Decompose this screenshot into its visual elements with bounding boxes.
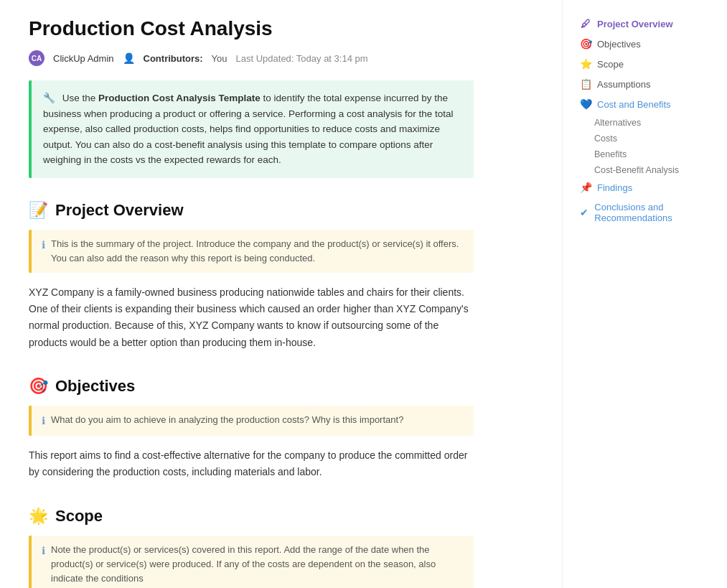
hint-text-scope: Note the product(s) or services(s) cover… — [51, 543, 464, 586]
sidebar-sub-item-costs[interactable]: Costs — [574, 131, 716, 146]
hint-box-objectives: ℹ What do you aim to achieve in analyzin… — [29, 406, 474, 437]
author-name: ClickUp Admin — [53, 53, 114, 64]
sidebar-item-project-overview[interactable]: 🖊 Project Overview — [574, 14, 716, 33]
sidebar-label-project-overview: Project Overview — [597, 19, 673, 29]
scope-icon: 🌟 — [29, 507, 48, 526]
section-heading-objectives: 🎯 Objectives — [29, 377, 474, 396]
intro-bold-text: Production Cost Analysis Template — [98, 93, 261, 103]
section-objectives: 🎯 Objectives ℹ What do you aim to achiev… — [29, 377, 474, 481]
hint-icon-scope: ℹ — [42, 543, 45, 586]
sidebar-label-objectives: Objectives — [597, 39, 641, 50]
intro-text-end: to identify the total expense incurred b… — [43, 93, 454, 165]
last-updated: Last Updated: Today at 3:14 pm — [236, 53, 368, 64]
sidebar-icon-cost-and-benefits: 💙 — [580, 98, 591, 110]
sidebar-sub-label-costs: Costs — [594, 134, 617, 144]
sidebar-label-scope: Scope — [597, 59, 624, 70]
hint-icon-objectives: ℹ — [42, 414, 45, 429]
sidebar-sub-label-cost-benefit-analysis: Cost-Benefit Analysis — [594, 165, 679, 175]
main-content: Production Cost Analysis CA ClickUp Admi… — [0, 0, 502, 588]
section-heading-scope: 🌟 Scope — [29, 507, 474, 526]
intro-box: 🔧 Use the Production Cost Analysis Templ… — [29, 80, 474, 178]
sidebar-icon-findings: 📌 — [580, 182, 591, 193]
sidebar-item-cost-and-benefits[interactable]: 💙 Cost and Benefits — [574, 95, 716, 113]
sidebar-icon-objectives: 🎯 — [580, 38, 591, 50]
section-title-scope: Scope — [55, 507, 103, 526]
sidebar-icon-scope: ⭐ — [580, 58, 591, 70]
contributors-icon: 👤 — [123, 52, 135, 64]
sidebar-icon-project-overview: 🖊 — [580, 18, 591, 29]
hint-icon-project-overview: ℹ — [42, 238, 45, 266]
sidebar-item-findings[interactable]: 📌 Findings — [574, 178, 716, 197]
sidebar-icon-assumptions: 📋 — [580, 78, 591, 90]
objectives-icon: 🎯 — [29, 377, 48, 396]
sidebar-item-objectives[interactable]: 🎯 Objectives — [574, 34, 716, 53]
section-project-overview: 📝 Project Overview ℹ This is the summary… — [29, 201, 474, 351]
hint-text-project-overview: This is the summary of the project. Intr… — [51, 237, 464, 266]
section-body-objectives: This report aims to find a cost-effectiv… — [29, 447, 474, 480]
hint-box-project-overview: ℹ This is the summary of the project. In… — [29, 230, 474, 273]
hint-box-scope: ℹ Note the product(s) or services(s) cov… — [29, 536, 474, 589]
hint-text-objectives: What do you aim to achieve in analyzing … — [51, 413, 403, 429]
meta-row: CA ClickUp Admin 👤 Contributors: You Las… — [29, 50, 474, 66]
sidebar-icon-conclusions: ✔ — [580, 207, 588, 218]
intro-text-start: Use the — [62, 93, 98, 103]
section-scope: 🌟 Scope ℹ Note the product(s) or service… — [29, 507, 474, 589]
project-overview-icon: 📝 — [29, 201, 48, 220]
intro-icon: 🔧 — [43, 90, 55, 106]
sidebar: 🖊 Project Overview 🎯 Objectives ⭐ Scope … — [562, 0, 727, 588]
sidebar-label-conclusions: Conclusions and Recommendations — [594, 202, 710, 223]
sidebar-sub-label-alternatives: Alternatives — [594, 118, 641, 128]
contributors-value: You — [212, 53, 228, 64]
sidebar-label-cost-and-benefits: Cost and Benefits — [597, 99, 671, 110]
sidebar-sub-item-benefits[interactable]: Benefits — [574, 146, 716, 162]
sidebar-item-conclusions[interactable]: ✔ Conclusions and Recommendations — [574, 198, 716, 227]
sidebar-item-scope[interactable]: ⭐ Scope — [574, 55, 716, 73]
avatar: CA — [29, 50, 44, 66]
sidebar-label-assumptions: Assumptions — [597, 79, 650, 90]
page-title: Production Cost Analysis — [29, 17, 474, 40]
section-title-objectives: Objectives — [55, 377, 135, 396]
sidebar-sub-label-benefits: Benefits — [594, 149, 627, 159]
sidebar-sub-item-cost-benefit-analysis[interactable]: Cost-Benefit Analysis — [574, 162, 716, 178]
sidebar-label-findings: Findings — [597, 182, 632, 193]
section-title-project-overview: Project Overview — [55, 201, 184, 220]
sidebar-sub-item-alternatives[interactable]: Alternatives — [574, 115, 716, 131]
contributors-label: Contributors: — [144, 53, 203, 64]
section-body-project-overview: XYZ Company is a family-owned business p… — [29, 284, 474, 350]
section-heading-project-overview: 📝 Project Overview — [29, 201, 474, 220]
sidebar-item-assumptions[interactable]: 📋 Assumptions — [574, 75, 716, 93]
